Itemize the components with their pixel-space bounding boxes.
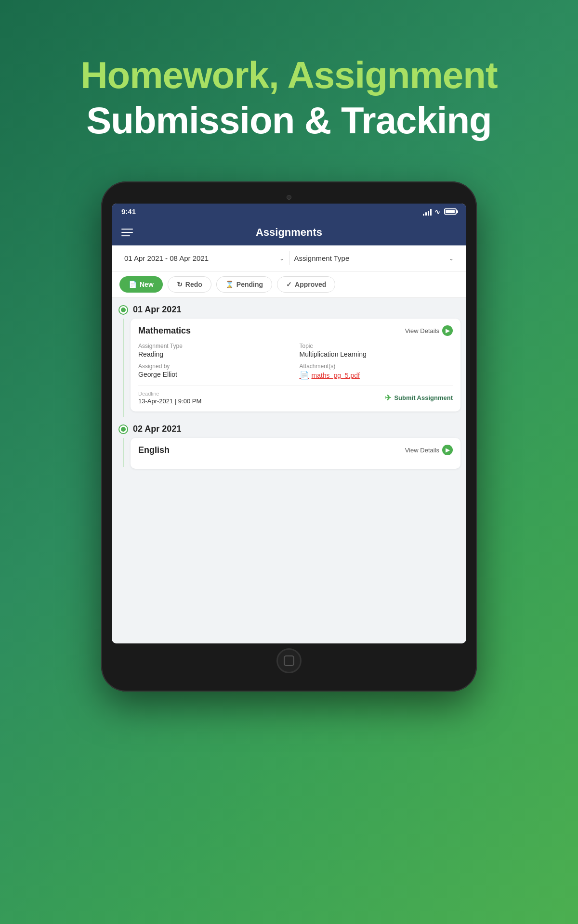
assignment-type-dropdown[interactable]: Assignment Type ⌄ [289,251,459,265]
topic-label: Topic [300,343,453,349]
assigned-by-label: Assigned by [138,363,292,370]
assigned-by-value: George Elliot [138,371,292,378]
wifi-icon: ∿ [434,208,440,216]
timeline-content-1: Mathematics View Details ▶ Assignment Ty… [112,319,466,417]
date-label-1: 01 Apr 2021 [133,305,181,315]
date-header-1: 01 Apr 2021 [112,298,466,319]
assignment-type-field: Assignment Type Reading [138,343,292,358]
nav-bar: Assignments [112,219,466,245]
tab-pending-label: Pending [236,281,263,288]
timeline-section-1: 01 Apr 2021 Mathematics View Details ▶ [112,298,466,417]
status-bar: 9:41 ∿ [112,204,466,219]
timeline-dot [119,306,127,314]
deadline-section: Deadline 13-Apr-2021 | 9:00 PM ✈ Submit … [138,385,453,405]
submit-icon: ✈ [385,393,391,402]
deadline-value: 13-Apr-2021 | 9:00 PM [138,398,201,405]
chevron-down-icon: ⌄ [279,255,284,262]
attachment-filename: maths_pg_5.pdf [312,372,360,379]
date-range-value: 01 Apr 2021 - 08 Apr 2021 [124,254,209,262]
tab-new-label: New [140,281,154,288]
view-details-label-2: View Details [405,447,439,454]
date-header-2: 02 Apr 2021 [112,417,466,438]
content-area: 01 Apr 2021 Mathematics View Details ▶ [112,298,466,643]
view-details-label: View Details [405,327,439,334]
assignment-type-value: Reading [138,350,292,358]
attachments-field: Attachment(s) 📄 maths_pg_5.pdf [300,363,453,380]
hero-section: Homework, Assignment Submission & Tracki… [80,53,498,143]
card-grid-math: Assignment Type Reading Topic Multiplica… [138,343,453,380]
timeline-section-2: 02 Apr 2021 English View Details ▶ [112,417,466,475]
assignment-card-math: Mathematics View Details ▶ Assignment Ty… [131,319,460,411]
camera [287,195,291,200]
page-title: Assignments [256,226,322,239]
tab-approved-label: Approved [295,281,326,288]
assignment-card-english: English View Details ▶ [131,438,460,469]
subject-name-math: Mathematics [138,326,191,336]
hamburger-menu[interactable] [121,229,133,236]
tab-approved[interactable]: ✓ Approved [277,276,335,293]
pdf-icon: 📄 [300,371,309,380]
topic-value: Multiplication Learning [300,350,453,358]
new-tab-icon: 📄 [129,281,137,288]
approved-tab-icon: ✓ [286,281,292,288]
assignment-type-value: Assignment Type [294,254,350,262]
assigned-by-field: Assigned by George Elliot [138,363,292,380]
redo-tab-icon: ↻ [177,281,183,288]
filter-bar: 01 Apr 2021 - 08 Apr 2021 ⌄ Assignment T… [112,245,466,271]
hero-line1: Homework, Assignment [80,53,498,98]
home-button[interactable] [276,648,302,673]
tab-bar: 📄 New ↻ Redo ⌛ Pending ✓ Approved [112,271,466,298]
view-details-icon-2: ▶ [442,445,453,455]
date-label-2: 02 Apr 2021 [133,424,181,434]
attachment-link[interactable]: 📄 maths_pg_5.pdf [300,371,453,380]
submit-label: Submit Assignment [394,394,453,401]
tab-pending[interactable]: ⌛ Pending [216,276,272,293]
view-details-button-english[interactable]: View Details ▶ [405,445,453,455]
topic-field: Topic Multiplication Learning [300,343,453,358]
time-display: 9:41 [121,207,136,216]
battery-icon [444,208,457,215]
chevron-down-icon: ⌄ [449,255,454,262]
card-header-math: Mathematics View Details ▶ [138,325,453,336]
submit-assignment-button[interactable]: ✈ Submit Assignment [385,393,453,402]
hero-line2: Submission & Tracking [80,98,498,143]
view-details-button-math[interactable]: View Details ▶ [405,325,453,336]
deadline-field: Deadline 13-Apr-2021 | 9:00 PM [138,391,201,405]
status-icons: ∿ [423,208,457,216]
home-button-inner [284,655,294,666]
date-range-dropdown[interactable]: 01 Apr 2021 - 08 Apr 2021 ⌄ [119,251,289,265]
deadline-label: Deadline [138,391,201,397]
tab-redo-label: Redo [185,281,202,288]
tab-redo[interactable]: ↻ Redo [168,276,211,293]
card-header-english: English View Details ▶ [138,445,453,455]
pending-tab-icon: ⌛ [225,281,234,288]
timeline-line [123,319,124,417]
tablet-device: 9:41 ∿ Assignments [101,181,477,692]
timeline-dot-2 [119,425,127,433]
tab-new[interactable]: 📄 New [119,276,163,293]
view-details-icon: ▶ [442,325,453,336]
timeline-line-2 [123,438,124,467]
subject-name-english: English [138,445,170,455]
assignment-type-label: Assignment Type [138,343,292,349]
tablet-screen: 9:41 ∿ Assignments [112,204,466,643]
timeline-content-2: English View Details ▶ [112,438,466,475]
signal-icon [423,208,432,216]
attachments-label: Attachment(s) [300,363,453,370]
